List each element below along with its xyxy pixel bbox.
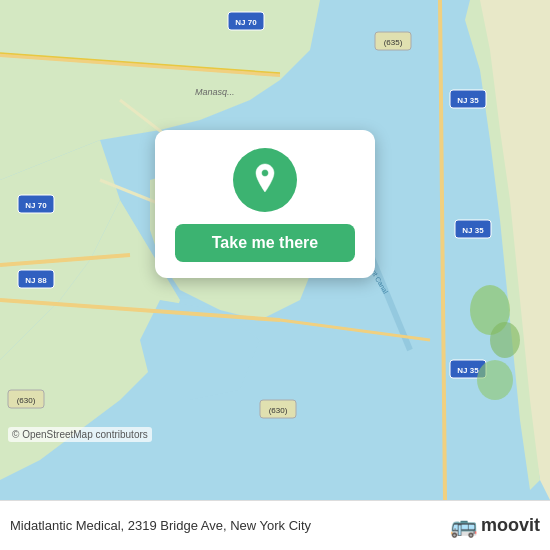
moovit-bus-icon: 🚌: [450, 513, 477, 539]
svg-text:NJ 35: NJ 35: [462, 226, 484, 235]
take-me-there-button[interactable]: Take me there: [175, 224, 355, 262]
osm-credit: © OpenStreetMap contributors: [8, 427, 152, 442]
footer-address: Midatlantic Medical, 2319 Bridge Ave, Ne…: [10, 518, 450, 533]
map-container: NJ 70 NJ 70 NJ 35 NJ 35 NJ 35 NJ 88 (630…: [0, 0, 550, 500]
svg-point-40: [477, 360, 513, 400]
svg-text:NJ 70: NJ 70: [25, 201, 47, 210]
svg-point-39: [490, 322, 520, 358]
svg-text:(630): (630): [269, 406, 288, 415]
cta-card: Take me there: [155, 130, 375, 278]
moovit-logo-text: moovit: [481, 515, 540, 536]
svg-text:Manasq...: Manasq...: [195, 87, 235, 97]
svg-text:(630): (630): [17, 396, 36, 405]
osm-credit-text: © OpenStreetMap contributors: [12, 429, 148, 440]
svg-text:NJ 35: NJ 35: [457, 366, 479, 375]
pin-circle: [233, 148, 297, 212]
svg-text:NJ 35: NJ 35: [457, 96, 479, 105]
svg-text:NJ 88: NJ 88: [25, 276, 47, 285]
svg-text:NJ 70: NJ 70: [235, 18, 257, 27]
moovit-logo: 🚌 moovit: [450, 513, 540, 539]
svg-text:(635): (635): [384, 38, 403, 47]
location-pin-icon: [249, 162, 281, 198]
footer-bar: Midatlantic Medical, 2319 Bridge Ave, Ne…: [0, 500, 550, 550]
